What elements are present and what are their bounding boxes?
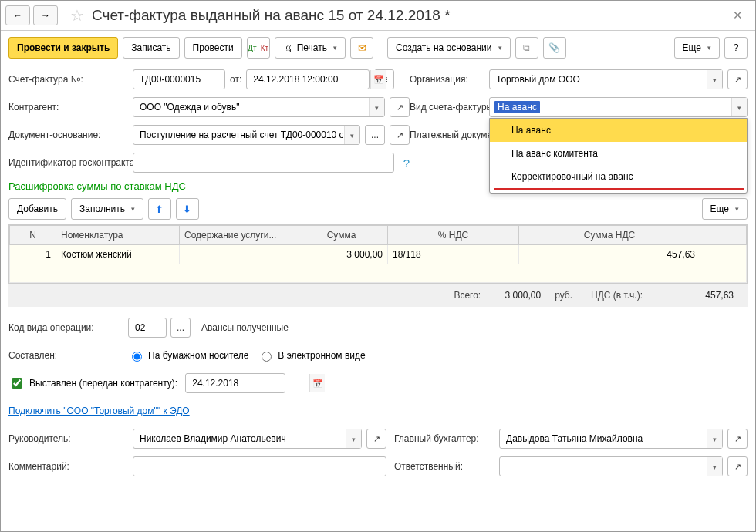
head-input[interactable] xyxy=(138,429,346,448)
vat-breakdown-title: Расшифровка суммы по ставкам НДС xyxy=(8,180,186,192)
calendar-button[interactable] xyxy=(370,70,386,89)
invoice-type-value[interactable]: На аванс xyxy=(494,101,540,113)
contragent-drop[interactable] xyxy=(369,98,384,116)
issued-date-input[interactable] xyxy=(191,374,309,392)
print-label: Печать xyxy=(297,42,327,53)
table-empty-area[interactable] xyxy=(10,264,747,283)
dd-option-advance[interactable]: На аванс xyxy=(490,119,747,142)
head-drop[interactable] xyxy=(346,429,361,448)
col-vat-rate: % НДС xyxy=(388,226,519,245)
invoice-type-drop[interactable] xyxy=(731,98,747,116)
cell-vat-sum[interactable]: 457,63 xyxy=(519,245,700,264)
open-icon xyxy=(373,433,380,444)
nav-forward-button[interactable]: → xyxy=(33,5,58,25)
accountant-label: Главный бухгалтер: xyxy=(394,433,494,444)
post-and-close-button[interactable]: Провести и закрыть xyxy=(8,37,118,59)
fill-button[interactable]: Заполнить xyxy=(71,198,143,220)
comment-input[interactable] xyxy=(138,457,381,476)
contragent-open[interactable] xyxy=(390,97,410,117)
op-code-input[interactable] xyxy=(133,318,252,337)
responsible-input[interactable] xyxy=(505,457,707,476)
close-icon[interactable]: ✕ xyxy=(728,8,748,22)
org-drop-button[interactable] xyxy=(707,70,722,89)
structure-button[interactable] xyxy=(515,37,538,59)
chevron-down-icon xyxy=(737,102,741,113)
more-button[interactable]: Еще xyxy=(674,37,720,59)
clip-icon xyxy=(548,42,560,53)
radio-paper[interactable] xyxy=(132,352,142,362)
help-button[interactable]: ? xyxy=(724,37,748,59)
accountant-drop[interactable] xyxy=(707,429,722,448)
post-button[interactable]: Провести xyxy=(184,37,242,59)
radio-electronic-label[interactable]: В электронном виде xyxy=(258,349,365,362)
cell-service[interactable] xyxy=(180,245,295,264)
responsible-open[interactable] xyxy=(727,456,748,476)
dd-option-advance-commissioner[interactable]: На аванс комитента xyxy=(490,142,747,165)
radio-paper-label[interactable]: На бумажном носителе xyxy=(128,349,248,362)
move-down-button[interactable]: ⬇ xyxy=(176,198,199,220)
gov-id-help[interactable]: ? xyxy=(403,157,410,170)
edo-link[interactable]: Подключить "ООО "Торговый дом"" к ЭДО xyxy=(8,406,190,416)
chevron-down-icon xyxy=(350,130,354,140)
save-button[interactable]: Записать xyxy=(123,37,179,59)
open-icon xyxy=(734,74,741,85)
total-value: 3 000,00 xyxy=(494,290,541,301)
total-label: Всего: xyxy=(454,290,481,301)
print-button[interactable]: Печать xyxy=(275,37,346,59)
responsible-drop[interactable] xyxy=(707,457,722,476)
structure-icon xyxy=(523,42,530,53)
cell-vat-rate[interactable]: 18/118 xyxy=(388,245,519,264)
date-input[interactable] xyxy=(251,70,370,89)
op-code-label: Код вида операции: xyxy=(8,322,128,333)
mail-button[interactable] xyxy=(350,37,373,59)
composed-label: Составлен: xyxy=(8,350,128,361)
cell-n: 1 xyxy=(10,245,56,264)
accountant-open[interactable] xyxy=(727,429,748,449)
contragent-input[interactable] xyxy=(138,98,369,116)
basis-dots[interactable] xyxy=(365,125,385,145)
col-vat-sum: Сумма НДС xyxy=(519,226,700,245)
calendar-icon xyxy=(373,74,384,85)
invoice-type-dropdown-menu: На аванс На аванс комитента Корректирово… xyxy=(489,118,748,194)
basis-label: Документ-основание: xyxy=(8,130,128,140)
comment-label: Комментарий: xyxy=(8,461,128,472)
dt-kt-button[interactable]: ДтКт xyxy=(247,37,270,59)
table-row[interactable]: 1 Костюм женский 3 000,00 18/118 457,63 xyxy=(10,245,747,264)
chevron-down-icon xyxy=(375,102,379,113)
org-open-button[interactable] xyxy=(727,69,748,89)
calendar-icon xyxy=(312,378,323,389)
window-title: Счет-фактура выданный на аванс 15 от 24.… xyxy=(92,7,725,24)
basis-drop[interactable] xyxy=(344,126,359,144)
org-input[interactable] xyxy=(494,70,707,89)
print-icon xyxy=(283,42,293,54)
attachments-button[interactable] xyxy=(543,37,566,59)
cell-item[interactable]: Костюм женский xyxy=(56,245,180,264)
basis-input[interactable] xyxy=(138,126,344,144)
favorite-star-icon[interactable]: ☆ xyxy=(70,6,84,25)
number-label: Счет-фактура №: xyxy=(8,74,128,85)
create-based-button[interactable]: Создать на основании xyxy=(387,37,511,59)
head-open[interactable] xyxy=(366,429,386,449)
cell-sum[interactable]: 3 000,00 xyxy=(295,245,388,264)
table-more-button[interactable]: Еще xyxy=(702,198,748,220)
move-up-button[interactable]: ⬆ xyxy=(148,198,171,220)
dd-option-correction-advance[interactable]: Корректировочный на аванс xyxy=(490,165,747,193)
accountant-input[interactable] xyxy=(505,429,707,448)
mail-icon xyxy=(358,42,366,54)
invoice-type-label: Вид счета-фактуры: xyxy=(410,102,484,113)
radio-electronic[interactable] xyxy=(262,352,272,362)
basis-open[interactable] xyxy=(390,125,410,145)
number-input[interactable] xyxy=(138,70,257,89)
issued-checkbox[interactable] xyxy=(12,378,22,389)
open-icon xyxy=(734,461,741,472)
col-sum: Сумма xyxy=(295,226,388,245)
issued-cal-button[interactable] xyxy=(309,374,325,392)
vat-total-value: 457,63 xyxy=(656,290,734,301)
issued-checkbox-label[interactable]: Выставлен (передан контрагенту): xyxy=(8,375,177,391)
nav-back-button[interactable]: ← xyxy=(5,5,30,25)
gov-id-label: Идентификатор госконтракта: xyxy=(8,157,128,168)
chevron-down-icon xyxy=(352,433,356,444)
open-icon xyxy=(397,130,403,140)
gov-id-input[interactable] xyxy=(138,153,389,172)
add-row-button[interactable]: Добавить xyxy=(8,198,66,220)
